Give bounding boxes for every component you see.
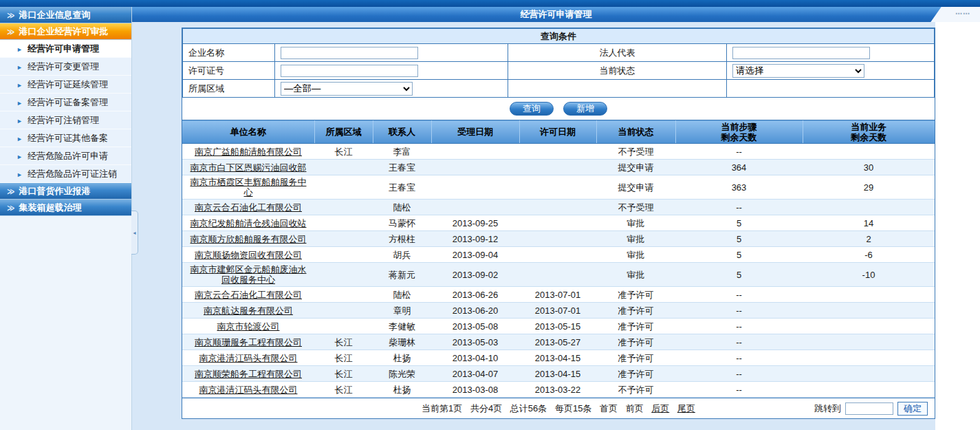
legal-rep-input[interactable] bbox=[732, 47, 870, 59]
region-cell bbox=[314, 247, 373, 263]
sidebar-submenu: ►经营许可申请管理►经营许可变更管理►经营许可证延续管理►经营许可证备案管理►经… bbox=[0, 40, 131, 183]
contact-cell: 柴珊林 bbox=[373, 334, 431, 350]
license-date-cell bbox=[519, 247, 596, 263]
company-link[interactable]: 南京云合石油化工有限公司 bbox=[195, 290, 302, 300]
company-link[interactable]: 南京港清江码头有限公司 bbox=[199, 385, 298, 395]
arrow-bullet-icon: ► bbox=[17, 64, 23, 71]
contact-cell: 陆松 bbox=[373, 200, 431, 215]
license-date-cell: 2013-07-01 bbox=[519, 287, 596, 303]
contact-cell: 方根柱 bbox=[373, 231, 431, 247]
accept-date-cell: 2013-06-26 bbox=[431, 287, 519, 303]
biz-days-cell: -10 bbox=[803, 263, 935, 287]
results-table: 单位名称 所属区域 联系人 受理日期 许可日期 当前状态 当前步骤剩余天数 当前… bbox=[182, 120, 935, 398]
status-select[interactable]: 请选择 bbox=[732, 64, 864, 78]
col-header-license-date: 许可日期 bbox=[519, 120, 596, 144]
company-link[interactable]: 南京市轮渡公司 bbox=[217, 321, 280, 332]
biz-days-cell bbox=[803, 287, 935, 303]
accept-date-cell: 2013-09-25 bbox=[431, 215, 519, 231]
region-cell bbox=[314, 263, 373, 287]
sidebar-item-port-enterprise-info[interactable]: ≫港口企业信息查询 bbox=[0, 7, 131, 23]
step-days-cell: 5 bbox=[675, 247, 803, 263]
submenu-item-label: 经营许可变更管理 bbox=[28, 61, 99, 72]
confirm-button[interactable]: 确定 bbox=[897, 402, 928, 416]
sidebar-item-label: 集装箱超载治理 bbox=[19, 202, 82, 213]
biz-days-cell: 30 bbox=[803, 160, 935, 175]
sidebar-submenu-item[interactable]: ►经营危险品许可申请 bbox=[0, 147, 131, 165]
action-button-row: 查询 新增 bbox=[182, 98, 935, 120]
status-cell: 审批 bbox=[596, 263, 675, 287]
sidebar-item-license-approval[interactable]: ≫港口企业经营许可审批 bbox=[0, 23, 131, 40]
company-link[interactable]: 南京顺珊服务工程有限公司 bbox=[195, 337, 302, 347]
status-cell: 不予受理 bbox=[596, 200, 675, 215]
arrow-bullet-icon: ► bbox=[17, 118, 23, 125]
region-cell bbox=[314, 231, 373, 247]
sidebar-submenu-item[interactable]: ►经营许可证备案管理 bbox=[0, 94, 131, 111]
add-button[interactable]: 新增 bbox=[563, 102, 607, 116]
submenu-item-label: 经营危险品许可证注销 bbox=[28, 169, 117, 179]
prev-page-link[interactable]: 前页 bbox=[626, 403, 644, 413]
accept-date-cell: 2013-04-07 bbox=[431, 366, 519, 382]
search-button[interactable]: 查询 bbox=[510, 102, 554, 116]
company-link[interactable]: 南京纪发船舶清仓残油回收站 bbox=[190, 218, 307, 228]
company-link[interactable]: 南京市建邺区金元船舶废油水回收服务中心 bbox=[190, 264, 307, 285]
sidebar-item-container-overload[interactable]: ≫集装箱超载治理 bbox=[0, 200, 131, 216]
double-arrow-icon: ≫ bbox=[7, 11, 15, 19]
company-link[interactable]: 南京市白下区恩赐污油回收部 bbox=[190, 162, 307, 173]
jump-page-input[interactable] bbox=[845, 402, 893, 415]
biz-days-cell bbox=[803, 382, 935, 398]
first-page-link[interactable]: 首页 bbox=[600, 403, 618, 413]
company-cell: 南京顺珊服务工程有限公司 bbox=[182, 334, 314, 350]
legal-rep-label: 法人代表 bbox=[508, 44, 727, 62]
content-area: 查询条件 企业名称 法人代表 许可证号 当前状态 请选择 所属区域 bbox=[132, 22, 980, 430]
status-cell: 准予许可 bbox=[596, 350, 675, 366]
region-select[interactable]: —全部— bbox=[281, 82, 413, 96]
window-grip-dots: ⋯⋯ bbox=[955, 6, 970, 21]
company-name-input[interactable] bbox=[281, 47, 418, 59]
sidebar-item-cargo-report[interactable]: ≫港口普货作业报港 bbox=[0, 183, 131, 200]
company-link[interactable]: 南京市栖霞区丰辉船舶服务中心 bbox=[190, 177, 307, 197]
sidebar-submenu-item[interactable]: ►经营许可注销管理 bbox=[0, 111, 131, 129]
table-row: 南京市建邺区金元船舶废油水回收服务中心蒋新元2013-09-02审批5-10 bbox=[182, 263, 935, 287]
step-days-cell: -- bbox=[675, 334, 803, 350]
sidebar-submenu-item[interactable]: ►经营许可证延续管理 bbox=[0, 76, 131, 94]
company-link[interactable]: 南京顺荣船务工程有限公司 bbox=[195, 369, 302, 379]
last-page-link[interactable]: 尾页 bbox=[677, 403, 695, 413]
license-no-input[interactable] bbox=[281, 65, 418, 77]
region-cell bbox=[314, 319, 373, 334]
page-title: 经营许可申请管理 bbox=[521, 9, 592, 19]
company-link[interactable]: 南京顺方欣船舶服务有限公司 bbox=[190, 234, 307, 244]
step-days-cell: -- bbox=[675, 366, 803, 382]
biz-days-cell bbox=[803, 319, 935, 334]
status-cell: 审批 bbox=[596, 231, 675, 247]
sidebar-submenu-item[interactable]: ►经营许可变更管理 bbox=[0, 58, 131, 76]
region-cell bbox=[314, 200, 373, 215]
arrow-bullet-icon: ► bbox=[17, 153, 23, 160]
company-link[interactable]: 南京顺扬物资回收有限公司 bbox=[195, 250, 302, 260]
next-page-link[interactable]: 后页 bbox=[651, 403, 669, 413]
col-header-region: 所属区域 bbox=[314, 120, 373, 144]
biz-days-cell bbox=[803, 303, 935, 319]
contact-cell: 章明 bbox=[373, 303, 431, 319]
double-arrow-icon: ≫ bbox=[7, 28, 15, 36]
status-cell: 准予许可 bbox=[596, 334, 675, 350]
company-link[interactable]: 南京航达服务有限公司 bbox=[204, 305, 293, 316]
current-page-info: 当前第1页 bbox=[422, 403, 462, 413]
jump-label: 跳转到 bbox=[814, 402, 841, 415]
company-link[interactable]: 南京港清江码头有限公司 bbox=[199, 353, 298, 363]
region-cell bbox=[314, 287, 373, 303]
company-cell: 南京市栖霞区丰辉船舶服务中心 bbox=[182, 175, 314, 200]
sidebar-collapse-handle[interactable]: ◂ bbox=[131, 211, 138, 255]
company-link[interactable]: 南京广益船舶清舱有限公司 bbox=[195, 147, 302, 157]
sidebar-submenu-item[interactable]: ►经营许可证其他备案 bbox=[0, 129, 131, 147]
sidebar-submenu-item[interactable]: ►经营危险品许可证注销 bbox=[0, 165, 131, 183]
status-cell: 审批 bbox=[596, 215, 675, 231]
accept-date-cell: 2013-06-20 bbox=[431, 303, 519, 319]
region-cell: 长江 bbox=[314, 350, 373, 366]
pagination-bar: 当前第1页 共分4页 总计56条 每页15条 首页 前页 后页 尾页 跳转到 确… bbox=[182, 398, 935, 418]
total-pages-info: 共分4页 bbox=[470, 403, 502, 413]
company-link[interactable]: 南京云合石油化工有限公司 bbox=[195, 202, 302, 213]
col-header-biz-days: 当前业务剩余天数 bbox=[803, 120, 935, 144]
col-header-step-days: 当前步骤剩余天数 bbox=[675, 120, 803, 144]
sidebar-submenu-item[interactable]: ►经营许可申请管理 bbox=[0, 40, 131, 58]
step-days-cell: 364 bbox=[675, 160, 803, 175]
